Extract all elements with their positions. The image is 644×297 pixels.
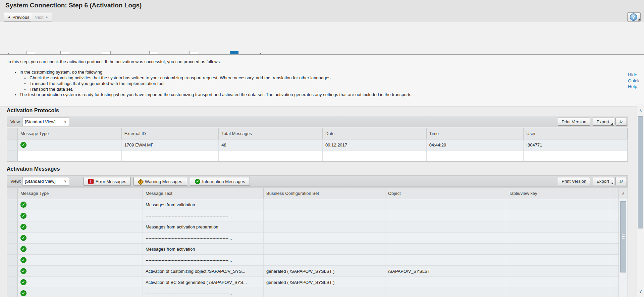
table-row[interactable]: ✓---------------------------------------… [7,288,628,297]
success-icon: ✓ [195,179,200,184]
cell-user: I804771 [524,139,628,150]
protocols-view-value: [Standard View] [25,119,56,124]
bullet-icon [24,89,25,90]
cell-object [385,255,506,265]
messages-print-version-button[interactable]: Print Version [558,177,590,185]
table-row[interactable]: ✓Activation of BC Set generated ( /SAPAP… [7,277,628,288]
messages-view-select[interactable]: [Standard View] ∨ [22,177,69,185]
help-button[interactable]: ? [627,12,641,22]
row-selector-cell[interactable] [7,277,18,288]
row-selector-cell[interactable] [7,139,18,150]
column-header-message-type[interactable]: Message Type [18,128,122,139]
table-row[interactable]: ✓Activation of customizing object /SAPAP… [7,266,628,277]
export-label: Export [596,179,609,184]
table-row[interactable]: ✓1709 EWM MF4809.12.201704:44:29I804771 [7,139,628,151]
table-row[interactable]: ✓Messages from activation [7,244,628,255]
column-header-date[interactable]: Date [323,128,427,139]
filter-button-label: Information Messages [202,179,245,184]
success-icon: ✓ [20,213,26,219]
row-selector-cell[interactable] [7,232,18,243]
bullet-icon [15,72,16,73]
cell-time: 04:44:29 [427,139,524,150]
table-row[interactable] [7,151,628,162]
previous-button[interactable]: ◄ Previous [4,13,33,22]
row-selector-cell[interactable] [7,199,18,210]
column-header-external-id[interactable]: External ID [122,128,219,139]
cell-text: Activation of BC Set generated ( /SAPAPO… [143,277,264,288]
filter-button-label: Warning Messages [145,179,182,184]
cell-bc_set [264,210,385,221]
hide-quick-help-link[interactable]: Hide Quick Help [628,72,640,90]
protocols-export-button[interactable]: Export [593,118,614,126]
column-header-message-text[interactable]: Message Text [143,188,264,199]
column-header-message-type[interactable]: Message Type [18,188,143,199]
table-row[interactable]: ✓Messages from validation [7,199,628,210]
cell-key [506,277,610,288]
column-header-object[interactable]: Object [385,188,506,199]
column-header-time[interactable]: Time [427,128,524,139]
cell-bc_set [264,244,385,254]
table-row[interactable]: ✓Messages from activation preparation [7,221,628,232]
column-header-total-messages[interactable]: Total Messages [219,128,323,139]
column-header-business-configuration-set[interactable]: Business Configuration Set [264,188,385,199]
cell-text: ----------------------------------------… [143,210,264,221]
filter-success-messages-button[interactable]: ✓Information Messages [190,177,250,186]
menu-corner-icon [638,18,640,20]
table-row[interactable]: ✓---------------------------------------… [7,232,628,244]
messages-export-button[interactable]: Export [593,177,614,185]
protocols-view-select[interactable]: [Standard View] ∨ [22,118,69,126]
protocols-print-version-button[interactable]: Print Version [558,118,590,126]
row-selector-cell[interactable] [7,288,18,297]
personalize-icon [619,178,623,184]
cell-text: ----------------------------------------… [143,232,264,243]
export-label: Export [596,119,609,124]
success-icon: ✓ [20,290,26,296]
messages-settings-button[interactable] [615,177,627,185]
protocols-settings-button[interactable] [615,118,627,126]
hide-quick-help-line: Help [628,84,640,90]
protocols-heading: Activation Protocols [7,108,59,114]
table-row[interactable]: ✓---------------------------------------… [7,210,628,221]
filter-error-messages-button[interactable]: !Error Messages [84,177,131,186]
quick-help-sub-bullet: Transport the settings that you generate… [30,81,166,86]
success-icon: ✓ [20,279,26,285]
messages-table-scrollbar: ∧ [619,188,628,297]
hide-quick-help-line: Quick [628,78,640,84]
cell-icon: ✓ [18,266,143,277]
table-row[interactable]: ✓---------------------------------------… [7,255,628,266]
filter-warning-messages-button[interactable]: !Warning Messages [133,177,187,186]
header-band: System Connection: Step 6 (Activation Lo… [0,0,644,22]
cell-user [524,151,628,161]
cell-bc_set [264,221,385,232]
cell-time [427,151,524,161]
row-selector-cell[interactable] [7,221,18,232]
success-icon: ✓ [20,202,26,208]
cell-icon: ✓ [18,288,143,297]
column-header-table-view-key[interactable]: Table/view key [506,188,610,199]
table-select-all-cell[interactable] [7,128,18,139]
column-header-user[interactable]: User [524,128,628,139]
scroll-down-button[interactable]: ∨ [637,288,644,295]
next-button[interactable]: Next ► [31,13,52,22]
arrow-right-icon: ► [46,16,49,19]
scrollbar-thumb[interactable] [620,201,626,272]
row-selector-cell[interactable] [7,255,18,265]
cell-bc_set: generated ( /SAPAPO/V_SYSLST ) [264,277,385,288]
success-icon: ✓ [20,268,26,274]
scroll-up-button[interactable]: ∧ [619,188,628,199]
view-label: View: [10,119,21,124]
row-selector-cell[interactable] [7,244,18,254]
warning-icon: ! [138,179,144,185]
table-select-all-cell[interactable] [7,188,18,199]
scroll-up-button[interactable]: ∧ [637,107,644,114]
cell-key [506,221,610,232]
bullet-icon [24,78,25,79]
cell-date: 09.12.2017 [323,139,427,150]
protocols-toolbar: View: [Standard View] ∨ Print Version Ex… [7,116,628,127]
row-selector-cell[interactable] [7,266,18,277]
cell-object [385,199,506,210]
menu-corner-icon [611,123,613,125]
row-selector-cell[interactable] [7,210,18,221]
row-selector-cell[interactable] [7,151,18,161]
scrollbar-thumb[interactable] [638,116,643,228]
